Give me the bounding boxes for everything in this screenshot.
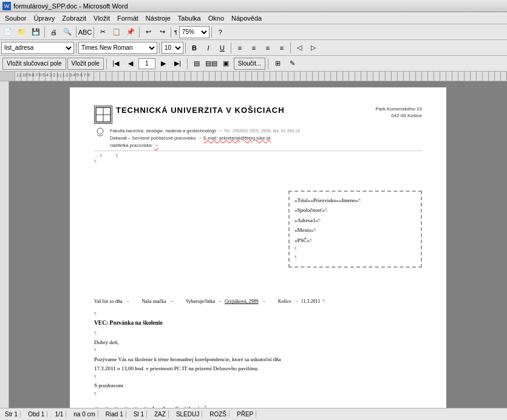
mail-merge-toolbar: Vložit slučovací pole Vložit pole |◀ ◀ ▶… xyxy=(0,56,507,72)
status-col: Sl 1 xyxy=(131,411,147,418)
paste-button[interactable]: 📌 xyxy=(124,25,137,39)
document-page: TECHNICKÁ UNIVERZITA V KOŠICIACH Park Ko… xyxy=(70,87,446,420)
last-record-button[interactable]: ▶| xyxy=(171,57,185,70)
align-right-button[interactable]: ≡ xyxy=(261,41,274,55)
mm-extra2[interactable]: ✎ xyxy=(285,57,299,70)
bold-button[interactable]: B xyxy=(188,41,201,55)
menu-napoveda[interactable]: Nápověda xyxy=(228,12,265,24)
sep-mm2 xyxy=(187,58,188,69)
next-record-button[interactable]: ▶ xyxy=(157,57,170,70)
merge-field-spolocnost: «Spoločnosť»¶ xyxy=(294,205,416,215)
align-center-button[interactable]: ≡ xyxy=(247,41,260,55)
letter-subject: VEC: Pozvánka na školenie xyxy=(94,319,422,328)
spell-button[interactable]: ABC xyxy=(78,25,92,39)
help-button[interactable]: ? xyxy=(214,25,227,39)
align-left-button[interactable]: ≡ xyxy=(233,41,247,55)
zoom-select[interactable]: 75% xyxy=(179,26,209,38)
separator3 xyxy=(94,27,94,38)
separator5 xyxy=(171,27,171,38)
para-mark-2: ¶ xyxy=(94,311,422,319)
indent-decrease-button[interactable]: ◁ xyxy=(293,41,306,55)
sep-fmt3 xyxy=(185,42,186,53)
merge-blank-2: ¶ xyxy=(294,254,416,262)
para-mark-6: ¶ xyxy=(94,391,422,399)
menu-format[interactable]: Formát xyxy=(114,12,142,24)
menu-tabulka[interactable]: Tabulka xyxy=(174,12,205,24)
mm-extra1[interactable]: ⊞ xyxy=(271,57,284,70)
status-track: SLEDUJ xyxy=(174,411,202,418)
svg-point-3 xyxy=(97,128,103,134)
letter-body2: 17.3.2011 o 13,00 hod. v priestnosti PC … xyxy=(94,364,422,373)
status-extend: ROZŠ xyxy=(207,411,230,418)
meta-kosice: Košice → 11.3.2011 ¶ xyxy=(278,298,325,306)
merge-field-adresa: «Adresa1»¶ xyxy=(294,215,416,225)
print-button[interactable]: 🖨 xyxy=(47,25,60,39)
sep-mm3 xyxy=(268,58,268,69)
font-select[interactable]: Times New Roman xyxy=(78,42,157,54)
document-area[interactable]: TECHNICKÁ UNIVERZITA V KOŠICIACH Park Ko… xyxy=(9,81,507,420)
copy-button[interactable]: 📋 xyxy=(110,25,123,39)
save-button[interactable]: 💾 xyxy=(29,25,43,39)
main-area: TECHNICKÁ UNIVERZITA V KOŠICIACH Park Ko… xyxy=(0,81,507,420)
address-merge-box: «Titul»«Priezvisko»«Imeno»¶ «Spoločnosť»… xyxy=(288,191,422,268)
underline-button[interactable]: U xyxy=(216,41,229,55)
italic-button[interactable]: I xyxy=(202,41,215,55)
university-name: TECHNICKÁ UNIVERZITA V KOŠICIACH xyxy=(116,106,285,115)
sep-fmt5 xyxy=(290,42,291,53)
status-line: Riad 1 xyxy=(103,411,126,418)
status-rec: ZAZ xyxy=(152,411,169,418)
merge-button2[interactable]: ▤▤ xyxy=(205,57,218,70)
app-icon: W xyxy=(2,2,11,10)
merge-button3[interactable]: ▣ xyxy=(219,57,233,70)
preview-button[interactable]: 🔍 xyxy=(61,25,74,39)
align-justify-button[interactable]: ≡ xyxy=(275,41,288,55)
sub-header-text: Fakulta baníctva, ekológie, riadenia a g… xyxy=(110,127,300,149)
record-number-input[interactable] xyxy=(138,58,155,69)
separator2 xyxy=(76,27,77,38)
menu-okno[interactable]: Okno xyxy=(205,12,228,24)
vertical-ruler xyxy=(0,81,9,420)
ruler-marks: 11·10·9·8·7·6·5·4·3·2·1·|·1·2·3·4·5·6·7·… xyxy=(15,72,507,81)
prev-record-button[interactable]: ◀ xyxy=(124,57,137,70)
title-bar: W formulárový_SPP.doc - Microsoft Word xyxy=(0,0,507,12)
indent-increase-button[interactable]: ▷ xyxy=(307,41,320,55)
letter-content: Vaš list zo dňa → Naša značka → Vybavuje… xyxy=(94,298,422,420)
university-logo xyxy=(94,106,112,124)
horizontal-ruler: 11·10·9·8·7·6·5·4·3·2·1·|·1·2·3·4·5·6·7·… xyxy=(0,72,507,81)
separator1 xyxy=(44,27,45,38)
open-button[interactable]: 📁 xyxy=(15,25,29,39)
faculty-name: Fakulta baníctva, ekológie, riadenia a g… xyxy=(110,127,300,135)
header-address: Park Komenského 19 042 00 Košice xyxy=(376,106,423,119)
sep-fmt4 xyxy=(231,42,231,53)
merge-button1[interactable]: ▤ xyxy=(190,57,203,70)
menu-soubor[interactable]: Soubor xyxy=(1,12,30,24)
menu-zobrazit[interactable]: Zobrazit xyxy=(58,12,90,24)
insert-merge-field-button[interactable]: Vložit slučovací pole xyxy=(2,58,66,70)
letter-greeting: Dobrý deň, xyxy=(94,338,422,347)
new-button[interactable]: 📄 xyxy=(1,25,15,39)
redo-button[interactable]: ↪ xyxy=(155,25,169,39)
menu-nastroje[interactable]: Nástroje xyxy=(142,12,174,24)
insert-field-button[interactable]: Vložit pole xyxy=(67,58,104,70)
menu-vlozit[interactable]: Vložit xyxy=(90,12,114,24)
para-mark-4: ¶ xyxy=(94,347,422,355)
first-record-button[interactable]: |◀ xyxy=(109,57,123,70)
undo-button[interactable]: ↩ xyxy=(141,25,155,39)
style-select[interactable]: list_adresa xyxy=(1,42,74,54)
menu-upravy[interactable]: Úpravy xyxy=(30,12,58,24)
meta-vac-miesto: Vaš list zo dňa → xyxy=(94,298,129,306)
para-mark-1: → ¶ ¶ ¶ xyxy=(94,154,422,164)
slucit-button[interactable]: Sloučit... xyxy=(234,58,265,70)
sep-mm1 xyxy=(106,58,107,69)
toolbar-main: 📄 📁 💾 🖨 🔍 ABC ✂ 📋 📌 ↩ ↪ ¶ 75% ? xyxy=(0,24,507,40)
paragraph-symbol: ¶ xyxy=(173,29,179,35)
letter-body1: Pozývame Vás na školenie k téme hromadne… xyxy=(94,355,422,364)
meta-nas-znacka: Naša značka → xyxy=(141,298,173,306)
header-address2: 042 00 Košice xyxy=(376,112,423,119)
letter-meta-row: Vaš list zo dňa → Naša značka → Vybavuje… xyxy=(94,298,422,306)
cut-button[interactable]: ✂ xyxy=(96,25,109,39)
status-overwrite: PŘEP xyxy=(234,411,256,418)
size-select[interactable]: 10 xyxy=(162,42,183,54)
para-mark-3: ¶ xyxy=(94,330,422,338)
merge-field-psc: «PSČ»¶ xyxy=(294,235,416,245)
